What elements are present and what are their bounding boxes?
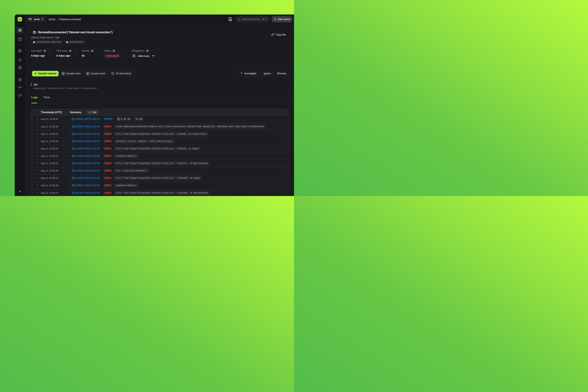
svg-text:aws: aws xyxy=(28,18,32,20)
